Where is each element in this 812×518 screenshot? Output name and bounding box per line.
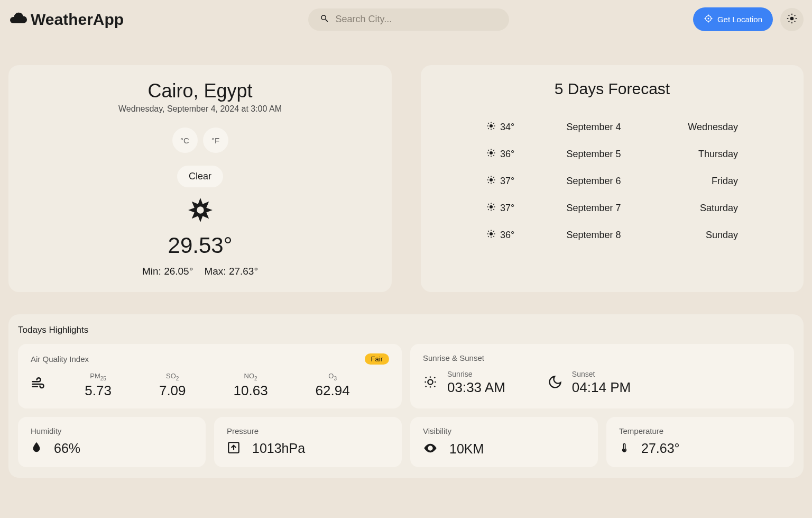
current-weather-card: Cairo, Egypt Wednesday, September 4, 202… (8, 65, 392, 292)
forecast-date: September 4 (529, 122, 659, 133)
header: WeatherApp Get Location (0, 0, 812, 39)
highlights-row-1: Air Quality Index Fair PM255.73SO27.09NO… (18, 344, 794, 408)
moon-icon (548, 375, 562, 392)
forecast-row: 34°September 4Wednesday (439, 114, 786, 141)
sun-icon (787, 13, 797, 25)
svg-point-6 (790, 17, 794, 21)
forecast-day: Friday (659, 176, 738, 187)
forecast-temp: 37° (500, 203, 514, 214)
fahrenheit-button[interactable]: °F (203, 128, 228, 153)
svg-point-64 (429, 447, 432, 449)
forecast-date: September 7 (529, 203, 659, 214)
forecast-temp: 36° (500, 230, 514, 241)
theme-toggle-button[interactable] (780, 8, 804, 31)
aqi-item-label: NO2 (234, 372, 268, 381)
svg-point-17 (490, 124, 493, 128)
sun-icon (486, 202, 496, 214)
pressure-card: Pressure 1013hPa (214, 417, 402, 467)
get-location-label: Get Location (717, 15, 762, 24)
pressure-icon (227, 441, 241, 457)
visibility-value: 10KM (449, 441, 484, 457)
highlights-title: Todays Highlights (18, 325, 794, 335)
forecast-day: Sunday (659, 230, 738, 241)
svg-point-26 (490, 151, 493, 155)
svg-line-48 (493, 209, 494, 210)
svg-line-20 (488, 123, 489, 124)
forecast-date: September 5 (529, 149, 659, 160)
highlights-section: Todays Highlights Air Quality Index Fair… (8, 314, 804, 478)
main-row: Cairo, Egypt Wednesday, September 4, 202… (0, 39, 812, 292)
min-label: Min: (142, 266, 161, 277)
max-value: 27.63° (229, 266, 258, 277)
app-name: WeatherApp (31, 11, 124, 29)
aqi-item: SO27.09 (159, 372, 186, 399)
unit-toggles: °C °F (26, 128, 374, 153)
forecast-list: 34°September 4Wednesday36°September 5Thu… (439, 114, 786, 249)
forecast-row: 37°September 7Saturday (439, 195, 786, 222)
eye-icon (423, 441, 438, 458)
humidity-card: Humidity 66% (18, 417, 206, 467)
sunrise-sunset-label: Sunrise & Sunset (423, 353, 484, 362)
forecast-day: Wednesday (659, 122, 738, 133)
svg-line-38 (488, 177, 489, 178)
svg-line-30 (493, 155, 494, 156)
temperature-label: Temperature (619, 426, 781, 435)
sun-icon (486, 121, 496, 133)
droplet-icon (31, 441, 42, 455)
celsius-button[interactable]: °C (172, 128, 198, 153)
forecast-temp: 34° (500, 122, 514, 133)
svg-line-13 (788, 21, 789, 22)
svg-line-25 (493, 123, 494, 124)
visibility-label: Visibility (423, 426, 585, 435)
aqi-badge: Fair (365, 353, 389, 365)
city-name: Cairo, Egypt (26, 80, 374, 102)
pressure-value: 1013hPa (252, 441, 305, 456)
cloud-icon (8, 9, 27, 30)
forecast-card: 5 Days Forecast 34°September 4Wednesday3… (421, 65, 804, 292)
aqi-item-value: 10.63 (234, 383, 268, 399)
svg-line-21 (493, 128, 494, 129)
wind-icon (31, 377, 45, 394)
aqi-label: Air Quality Index (31, 355, 89, 363)
forecast-row: 37°September 6Friday (439, 168, 786, 195)
sun-icon (486, 229, 496, 241)
forecast-date: September 6 (529, 176, 659, 187)
temperature-card: Temperature 27.63° (606, 417, 794, 467)
forecast-row: 36°September 5Thursday (439, 141, 786, 168)
visibility-card: Visibility 10KM (410, 417, 598, 467)
svg-point-1 (708, 18, 709, 19)
aqi-item-value: 7.09 (159, 383, 186, 399)
aqi-item: NO210.63 (234, 372, 268, 399)
current-datetime: Wednesday, September 4, 2024 at 3:00 AM (26, 104, 374, 114)
svg-line-29 (488, 150, 489, 151)
aqi-item-value: 5.73 (85, 383, 112, 399)
search-box[interactable] (308, 8, 509, 31)
logo: WeatherApp (8, 9, 124, 30)
current-temp: 29.53° (26, 233, 374, 258)
svg-line-33 (488, 155, 489, 156)
svg-line-56 (488, 231, 489, 232)
forecast-day: Thursday (659, 149, 738, 160)
sunrise-value: 03:33 AM (447, 379, 505, 396)
aqi-body: PM255.73SO27.09NO210.63O362.94 (31, 372, 389, 399)
sun-icon (486, 148, 496, 160)
get-location-button[interactable]: Get Location (693, 7, 773, 31)
aqi-item-label: SO2 (159, 372, 186, 381)
search-input[interactable] (336, 14, 497, 25)
forecast-temp: 36° (500, 149, 514, 160)
humidity-value: 66% (54, 441, 80, 456)
svg-line-14 (795, 15, 796, 16)
sun-icon (486, 175, 496, 187)
header-right: Get Location (693, 7, 804, 31)
svg-point-53 (490, 232, 493, 235)
aqi-item: PM255.73 (85, 372, 112, 399)
crosshair-icon (704, 14, 713, 25)
temperature-value: 27.63° (641, 441, 680, 456)
sunrise-label: Sunrise (447, 370, 505, 378)
forecast-day: Saturday (659, 203, 738, 214)
highlights-row-2: Humidity 66% Pressure 1013hPa Visibility (18, 417, 794, 467)
svg-line-9 (788, 15, 789, 16)
svg-line-34 (493, 150, 494, 151)
svg-line-43 (493, 177, 494, 178)
aqi-card: Air Quality Index Fair PM255.73SO27.09NO… (18, 344, 402, 408)
